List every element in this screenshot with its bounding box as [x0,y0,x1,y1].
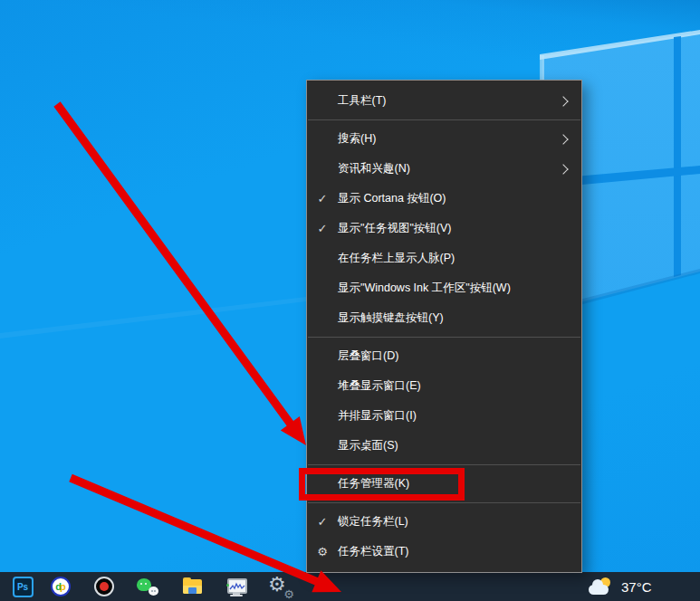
menu-item-show-cortana-button[interactable]: ✓显示 Cortana 按钮(O) [307,184,581,214]
dp-letter-p: p [60,582,66,592]
photoshop-label: Ps [17,582,28,592]
dp-app-icon: dp [51,577,71,596]
taskbar-app-dp-app[interactable]: dp [49,572,72,601]
menu-separator [308,337,580,338]
wechat-icon [137,577,158,596]
chevron-right-icon [558,134,568,144]
taskbar-app-settings[interactable]: ⚙⚙ [269,572,292,601]
menu-separator [308,464,580,465]
menu-item-label: 显示 Cortana 按钮(O) [338,191,581,206]
menu-item-label: 显示触摸键盘按钮(Y) [338,310,581,326]
taskbar-app-system-monitor[interactable] [225,572,248,601]
menu-separator [308,502,580,503]
menu-item-label: 显示"Windows Ink 工作区"按钮(W) [338,281,581,296]
menu-item-show-windows-ink-workspace-button[interactable]: 显示"Windows Ink 工作区"按钮(W) [307,273,581,303]
wechat-small-bubble [149,587,158,596]
windows-desktop: Psdp⚙⚙ 37°C 工具栏(T)搜索(H)资讯和兴趣(N)✓显示 Corta… [0,0,700,601]
menu-item-label: 工具栏(T) [338,93,560,109]
taskbar-app-file-explorer[interactable] [180,572,204,601]
menu-item-label: 资讯和兴趣(N) [338,161,560,176]
menu-item-label: 堆叠显示窗口(E) [338,378,581,394]
menu-item-search[interactable]: 搜索(H) [307,124,581,154]
menu-item-show-windows-stacked[interactable]: 堆叠显示窗口(E) [307,371,581,401]
photoshop-icon: Ps [13,577,34,597]
cloud-icon [589,585,609,595]
menu-item-label: 显示"任务视图"按钮(V) [338,221,581,236]
checkmark-icon: ✓ [307,515,338,529]
taskbar[interactable]: Psdp⚙⚙ 37°C [0,572,700,601]
checkmark-icon: ✓ [307,192,338,205]
menu-item-taskbar-settings[interactable]: ⚙任务栏设置(T) [307,537,581,567]
menu-item-show-people-on-taskbar[interactable]: 在任务栏上显示人脉(P) [307,243,581,273]
settings-gears-icon: ⚙⚙ [269,575,292,598]
menu-item-show-desktop[interactable]: 显示桌面(S) [307,431,581,461]
screen-recorder-icon [94,577,114,596]
checkmark-icon: ✓ [307,222,338,235]
menu-item-show-windows-side-by-side[interactable]: 并排显示窗口(I) [307,401,581,431]
system-monitor-icon [225,577,247,596]
menu-item-lock-taskbar[interactable]: ✓锁定任务栏(L) [307,507,581,537]
menu-item-label: 并排显示窗口(I) [338,408,581,424]
record-dot-icon [100,582,109,591]
menu-item-label: 层叠窗口(D) [338,348,581,364]
taskbar-app-wechat[interactable] [136,572,159,601]
menu-item-toolbars[interactable]: 工具栏(T) [307,86,581,116]
menu-item-news-and-interests[interactable]: 资讯和兴趣(N) [307,154,581,184]
menu-item-show-task-view-button[interactable]: ✓显示"任务视图"按钮(V) [307,214,581,243]
weather-tray-widget[interactable]: 37°C [589,572,652,601]
menu-item-label: 在任务栏上显示人脉(P) [338,251,581,266]
menu-item-label: 锁定任务栏(L) [338,514,581,529]
menu-item-show-touch-keyboard-button[interactable]: 显示触摸键盘按钮(Y) [307,303,581,333]
gear-icon: ⚙ [307,545,338,558]
temperature-label: 37°C [621,579,652,595]
chevron-right-icon [558,96,568,106]
taskbar-app-photoshop[interactable]: Ps [11,572,34,601]
menu-item-label: 任务栏设置(T) [338,544,581,559]
menu-item-label: 搜索(H) [338,131,560,147]
menu-separator [308,119,580,120]
annotation-highlight-box [299,468,465,501]
menu-item-label: 显示桌面(S) [338,438,581,453]
file-explorer-icon [183,579,202,594]
taskbar-app-screen-recorder[interactable] [92,572,116,601]
partly-cloudy-icon [589,577,612,596]
menu-item-cascade-windows[interactable]: 层叠窗口(D) [307,341,581,371]
chevron-right-icon [558,164,568,174]
